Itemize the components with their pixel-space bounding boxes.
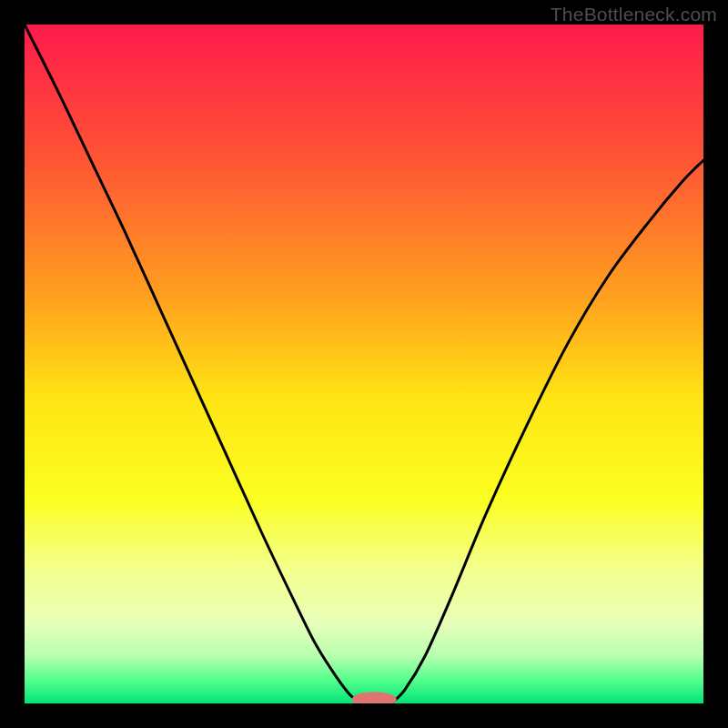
watermark-label: TheBottleneck.com — [551, 4, 717, 25]
bottleneck-chart — [25, 25, 703, 703]
gradient-background — [25, 25, 703, 703]
plot-area — [25, 25, 703, 703]
chart-frame: TheBottleneck.com — [0, 0, 728, 728]
